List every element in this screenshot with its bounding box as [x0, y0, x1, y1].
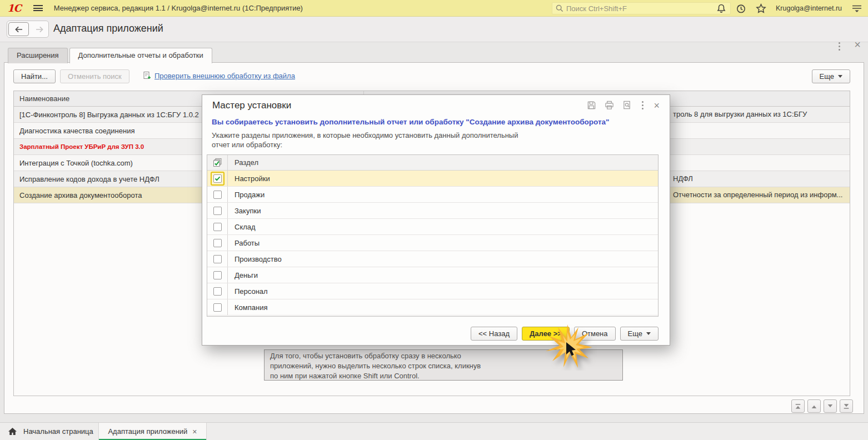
adaptation-window-tab[interactable]: Адаптация приложений × — [99, 423, 207, 440]
checkbox[interactable] — [213, 255, 222, 263]
checkbox-checked[interactable] — [213, 174, 222, 183]
check-external-processor-link-text[interactable]: Проверить внешнюю обработку из файла — [154, 72, 295, 80]
global-search-box[interactable] — [552, 2, 731, 14]
cancel-search-button: Отменить поиск — [60, 69, 129, 83]
dialog-instruction-text: Укажите разделы приложения, в которые не… — [212, 131, 518, 149]
favorites-star-icon[interactable] — [756, 3, 766, 14]
back-button[interactable] — [8, 22, 29, 36]
scroll-bottom-icon — [843, 403, 850, 409]
window-more-icon[interactable] — [839, 42, 841, 51]
external-file-icon — [142, 71, 151, 80]
dialog-close-icon[interactable]: × — [654, 101, 660, 110]
section-row[interactable]: Работы — [207, 235, 658, 251]
section-row[interactable]: Настройки — [207, 171, 658, 187]
forward-button[interactable] — [30, 21, 48, 37]
select-all-checkbox-icon[interactable] — [213, 158, 222, 167]
back-step-button[interactable]: << Назад — [471, 327, 517, 341]
section-row[interactable]: Продажи — [207, 187, 658, 203]
home-icon — [8, 427, 17, 436]
open-windows-taskbar: Начальная страница Адаптация приложений … — [0, 422, 868, 440]
scroll-down-icon — [827, 404, 834, 409]
window-title-bar: Адаптация приложений × — [0, 17, 868, 42]
check-external-processor-link[interactable]: Проверить внешнюю обработку из файла — [142, 71, 295, 80]
sections-header-row[interactable]: Раздел — [207, 155, 658, 171]
section-row[interactable]: Персонал — [207, 283, 658, 299]
print-preview-icon[interactable] — [622, 101, 632, 110]
checkbox[interactable] — [213, 239, 222, 247]
mouse-cursor-click-effect — [542, 323, 597, 371]
top-application-bar: 1С Менеджер сервиса, редакция 1.1 / Krug… — [0, 0, 868, 17]
search-icon — [556, 4, 563, 12]
checkbox[interactable] — [213, 223, 222, 231]
list-more-button[interactable]: Еще — [812, 69, 850, 83]
search-input[interactable] — [566, 4, 727, 13]
dialog-intro-text: Вы собираетесь установить дополнительный… — [212, 118, 610, 126]
save-icon[interactable] — [587, 101, 596, 110]
main-menu-icon[interactable] — [33, 5, 43, 11]
navigation-group — [7, 21, 49, 38]
section-row[interactable]: Деньги — [207, 267, 658, 283]
notifications-bell-icon[interactable] — [716, 3, 726, 14]
view-tabs: Расширения Дополнительные отчеты и обраб… — [8, 48, 212, 63]
user-menu-icon[interactable] — [851, 4, 862, 13]
scroll-up-button[interactable] — [807, 399, 821, 413]
1c-logo: 1С — [7, 2, 21, 14]
list-scroll-buttons — [791, 399, 853, 413]
current-user[interactable]: Krugolga@internet.ru — [776, 4, 842, 12]
scroll-to-top-button[interactable] — [791, 399, 805, 413]
print-icon[interactable] — [605, 101, 614, 110]
installation-wizard-dialog: Мастер установки × Вы собираетесь устано… — [202, 94, 670, 346]
checkbox[interactable] — [213, 207, 222, 215]
home-page-tab[interactable]: Начальная страница — [0, 423, 99, 440]
back-arrow-icon — [14, 26, 23, 33]
application-title: Менеджер сервиса, редакция 1.1 / Krugolg… — [54, 4, 303, 12]
scroll-to-bottom-button[interactable] — [840, 399, 853, 413]
scroll-up-icon — [811, 404, 817, 409]
section-row[interactable]: Компания — [207, 299, 658, 316]
chevron-down-icon — [646, 332, 651, 335]
section-row[interactable]: Производство — [207, 251, 658, 267]
window-close-icon[interactable]: × — [854, 39, 861, 50]
dialog-title: Мастер установки — [212, 100, 291, 111]
scroll-down-button[interactable] — [824, 399, 837, 413]
sections-table: Раздел Настройки Продажи Закупки Склад Р… — [207, 154, 659, 317]
tab-close-icon[interactable]: × — [192, 427, 197, 436]
checkbox[interactable] — [213, 271, 222, 279]
section-row[interactable]: Закупки — [207, 203, 658, 219]
sections-column-header: Раздел — [228, 158, 258, 167]
dialog-more-button[interactable]: Еще — [620, 327, 659, 341]
dialog-more-icon[interactable] — [642, 101, 643, 109]
page-title: Адаптация приложений — [53, 23, 163, 34]
checkbox[interactable] — [213, 191, 222, 199]
history-icon[interactable] — [736, 3, 746, 14]
checkbox[interactable] — [213, 287, 222, 296]
tab-extensions[interactable]: Расширения — [8, 48, 68, 63]
tab-additional-reports[interactable]: Дополнительные отчеты и обработки — [69, 48, 212, 63]
find-button[interactable]: Найти... — [13, 69, 56, 83]
chevron-down-icon — [838, 75, 842, 78]
check-icon — [214, 176, 221, 181]
scroll-top-icon — [795, 403, 801, 409]
checkbox[interactable] — [213, 303, 222, 312]
section-row[interactable]: Склад — [207, 219, 658, 235]
forward-arrow-icon — [35, 26, 44, 33]
